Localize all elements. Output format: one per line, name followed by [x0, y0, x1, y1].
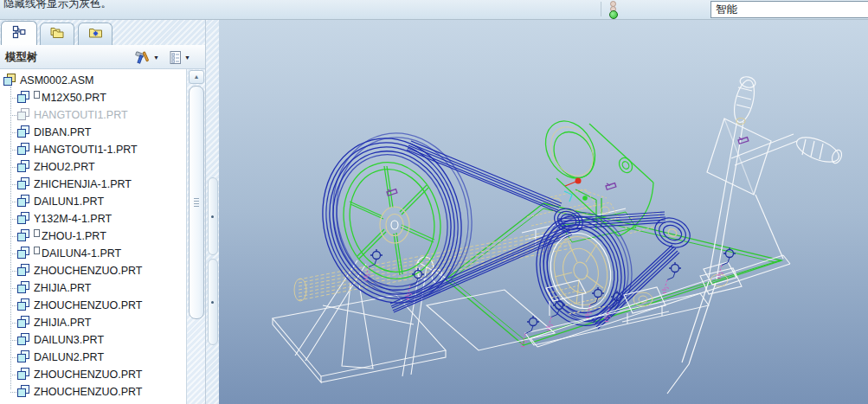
tree-item[interactable]: Y132M-4-1.PRT — [0, 210, 186, 228]
scroll-up-button[interactable]: ▲ — [189, 70, 204, 84]
feature-marker-icon — [34, 91, 40, 99]
splitter-handle[interactable] — [208, 259, 218, 345]
scroll-thumb[interactable] — [189, 86, 204, 319]
part-icon — [17, 350, 30, 363]
model-tree: ASM0002.ASM M12X50.PRT HANGTOUTI1.PRT DI… — [0, 69, 186, 404]
panel-title: 模型树 — [5, 50, 38, 65]
feature-marker-icon — [34, 247, 40, 254]
part-icon — [17, 298, 30, 311]
tree-scrollbar[interactable]: ▲ — [186, 69, 206, 404]
selection-filter-combobox[interactable]: 智能 — [710, 1, 868, 18]
part-icon — [17, 91, 30, 104]
part-icon — [17, 143, 30, 156]
divider — [601, 2, 601, 16]
green-point-mark — [582, 196, 588, 201]
viewport-background — [219, 20, 868, 404]
part-icon — [17, 108, 30, 121]
main-area: 模型树 ▼ — [0, 20, 868, 404]
dropdown-arrow-icon: ▼ — [153, 55, 159, 61]
part-icon — [17, 125, 30, 138]
graphics-area[interactable] — [219, 20, 868, 404]
splitter-handle[interactable] — [208, 177, 218, 255]
tree-item[interactable]: M12X50.PRT — [0, 89, 186, 106]
tab-favorites[interactable] — [78, 22, 113, 45]
part-icon — [17, 177, 30, 190]
splitter-dot-icon — [211, 215, 214, 218]
tree-item[interactable]: ZHIJIA.PRT — [0, 279, 186, 297]
tab-model-tree[interactable] — [1, 21, 37, 46]
tree-item[interactable]: DAILUN3.PRT — [0, 331, 186, 349]
tree-item[interactable]: DIBAN.PRT — [0, 124, 186, 141]
tree-item[interactable]: HANGTOUTI1-1.PRT — [0, 141, 186, 158]
part-icon — [17, 333, 30, 346]
part-icon — [17, 316, 30, 329]
assembly-icon — [3, 74, 16, 87]
application-window: 隐藏线将显示为灰色。 智能 — [0, 0, 868, 404]
tree-item-assembly-root[interactable]: ASM0002.ASM — [0, 72, 186, 89]
tree-item[interactable]: DAILUN2.PRT — [0, 349, 186, 366]
splitter-dot-icon — [211, 301, 214, 304]
navigator-tab-strip — [0, 20, 205, 46]
navigator-panel: 模型树 ▼ — [0, 20, 205, 404]
tree-item[interactable]: ZHOUCHENZUO.PRT — [0, 366, 186, 383]
dropdown-arrow-icon: ▼ — [184, 55, 190, 61]
show-list-icon — [169, 50, 183, 65]
tree-show-button[interactable]: ▼ — [166, 48, 193, 67]
part-icon — [17, 385, 30, 398]
tree-item[interactable]: DAILUN1.PRT — [0, 193, 186, 210]
tree-item[interactable]: ZHOUCHENZUO.PRT — [0, 297, 186, 314]
message-bar: 隐藏线将显示为灰色。 智能 — [0, 0, 868, 20]
message-text: 隐藏线将显示为灰色。 — [3, 0, 112, 11]
selection-filter-value: 智能 — [716, 3, 737, 16]
part-icon — [17, 281, 30, 294]
feature-marker-icon — [34, 229, 40, 237]
tree-item[interactable]: ZHOU-1.PRT — [0, 228, 186, 245]
tree-item[interactable]: ZHOUCHENZUO.PRT — [0, 262, 186, 279]
tab-folder-browser[interactable] — [40, 22, 74, 45]
settings-tools-icon — [135, 50, 151, 65]
model-tree-icon — [12, 25, 26, 39]
part-icon — [17, 229, 30, 242]
part-icon — [17, 212, 30, 225]
tree-item[interactable]: ZHOUCHENZUO.PRT — [0, 383, 186, 401]
tree-item[interactable]: DAILUN4-1.PRT — [0, 245, 186, 262]
regeneration-status-traffic-light-icon[interactable] — [608, 0, 618, 18]
part-icon — [17, 160, 30, 173]
tree-settings-button[interactable]: ▼ — [132, 48, 162, 67]
navigator-header: 模型树 ▼ — [0, 45, 205, 69]
folder-browser-icon — [49, 27, 65, 40]
tree-item[interactable]: ZHOU2.PRT — [0, 158, 186, 176]
favorites-folder-icon — [88, 27, 103, 39]
model-tree-container: ASM0002.ASM M12X50.PRT HANGTOUTI1.PRT DI… — [0, 69, 205, 404]
tree-item[interactable]: ZHIJIA.PRT — [0, 314, 186, 331]
part-icon — [17, 264, 30, 277]
part-icon — [17, 368, 30, 381]
tree-item-suppressed[interactable]: HANGTOUTI1.PRT — [0, 106, 186, 124]
tree-item[interactable]: ZHICHENJIA-1.PRT — [0, 176, 186, 193]
wireframe-assembly-view — [219, 20, 868, 404]
part-icon — [17, 195, 30, 208]
part-icon — [17, 247, 30, 260]
